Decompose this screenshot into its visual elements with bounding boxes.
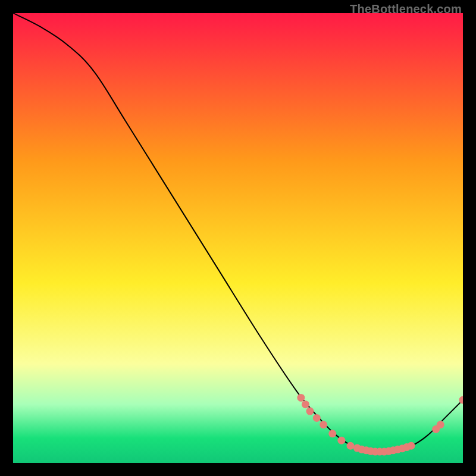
- chart-stage: TheBottleneck.com: [0, 0, 476, 476]
- plot-area: [13, 13, 463, 463]
- data-marker: [320, 421, 327, 428]
- data-marker: [347, 442, 355, 450]
- chart-svg: [13, 13, 463, 463]
- data-marker: [297, 394, 305, 402]
- data-marker: [302, 400, 309, 408]
- data-marker: [408, 442, 415, 450]
- data-marker: [337, 437, 345, 444]
- gradient-background: [13, 13, 463, 463]
- watermark-text: TheBottleneck.com: [350, 2, 462, 16]
- data-marker: [313, 414, 321, 422]
- data-marker: [306, 408, 314, 415]
- data-marker: [437, 421, 444, 428]
- data-marker: [328, 430, 336, 437]
